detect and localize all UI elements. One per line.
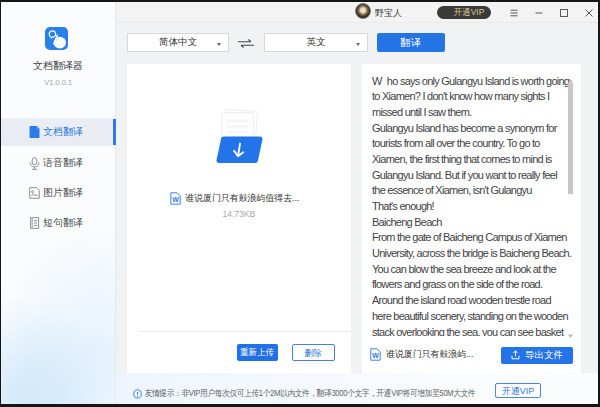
svg-text:W: W <box>172 196 179 203</box>
svg-text:W: W <box>372 352 379 359</box>
